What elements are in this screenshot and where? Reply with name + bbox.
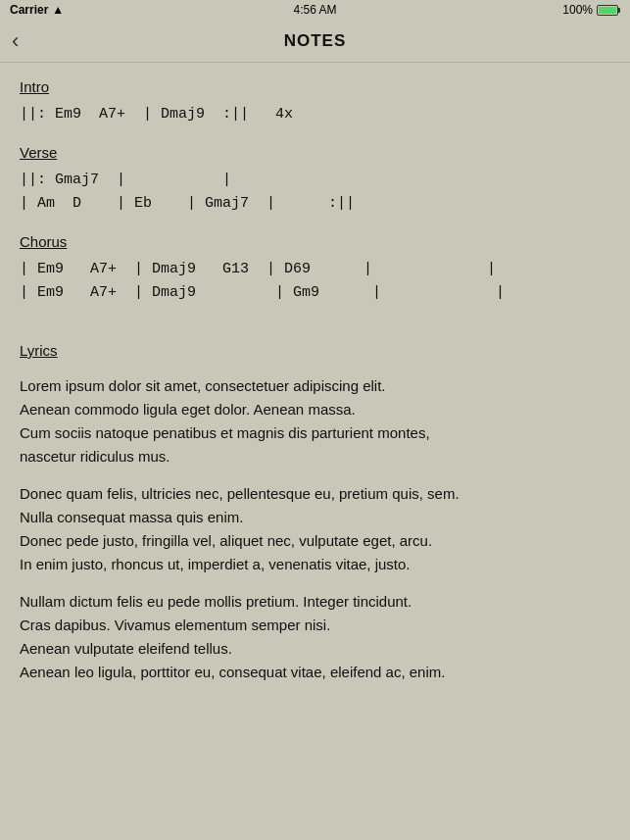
- lyrics-section: Lyrics Lorem ipsum dolor sit amet, conse…: [20, 342, 610, 684]
- lyrics-text-3: Nullam dictum felis eu pede mollis preti…: [20, 593, 445, 680]
- lyrics-text-2: Donec quam felis, ultricies nec, pellent…: [20, 485, 460, 572]
- verse-chord-line-1: ||: Gmaj7 | |: [20, 169, 610, 192]
- intro-chords: ||: Em9 A7+ | Dmaj9 :|| 4x: [20, 103, 610, 126]
- status-time: 4:56 AM: [293, 3, 336, 17]
- battery-info: 100%: [562, 3, 620, 17]
- lyrics-text-1: Lorem ipsum dolor sit amet, consectetuer…: [20, 377, 430, 465]
- notes-content: Intro ||: Em9 A7+ | Dmaj9 :|| 4x Verse |…: [0, 63, 630, 840]
- chorus-chord-line-2: | Em9 A7+ | Dmaj9 | Gm9 | |: [20, 281, 610, 305]
- carrier-label: Carrier: [10, 3, 48, 17]
- intro-chord-line-1: ||: Em9 A7+ | Dmaj9 :|| 4x: [20, 103, 610, 126]
- verse-section: Verse ||: Gmaj7 | | | Am D | Eb | Gmaj7 …: [20, 144, 610, 216]
- lyrics-para-2: Donec quam felis, ultricies nec, pellent…: [20, 482, 610, 576]
- status-bar: Carrier ▲ 4:56 AM 100%: [0, 0, 630, 20]
- lyrics-paragraphs: Lorem ipsum dolor sit amet, consectetuer…: [20, 374, 610, 684]
- carrier-info: Carrier ▲: [10, 3, 64, 17]
- verse-chord-line-2: | Am D | Eb | Gmaj7 | :||: [20, 192, 610, 216]
- page-title: NOTES: [284, 31, 347, 51]
- battery-icon: [597, 3, 620, 17]
- lyrics-para-1: Lorem ipsum dolor sit amet, consectetuer…: [20, 374, 610, 469]
- lyrics-para-3: Nullam dictum felis eu pede mollis preti…: [20, 590, 610, 684]
- chorus-chords: | Em9 A7+ | Dmaj9 G13 | D69 | | | Em9 A7…: [20, 258, 610, 305]
- verse-chords: ||: Gmaj7 | | | Am D | Eb | Gmaj7 | :||: [20, 169, 610, 216]
- chorus-chord-line-1: | Em9 A7+ | Dmaj9 G13 | D69 | |: [20, 258, 610, 281]
- lyrics-heading: Lyrics: [20, 342, 58, 359]
- intro-section: Intro ||: Em9 A7+ | Dmaj9 :|| 4x: [20, 78, 610, 126]
- nav-bar: ‹ NOTES: [0, 20, 630, 63]
- back-button[interactable]: ‹: [12, 28, 19, 54]
- chorus-section: Chorus | Em9 A7+ | Dmaj9 G13 | D69 | | |…: [20, 233, 610, 305]
- verse-heading: Verse: [20, 144, 57, 161]
- battery-percentage: 100%: [562, 3, 593, 17]
- intro-heading: Intro: [20, 78, 49, 95]
- wifi-icon: ▲: [52, 3, 64, 17]
- chorus-heading: Chorus: [20, 233, 67, 250]
